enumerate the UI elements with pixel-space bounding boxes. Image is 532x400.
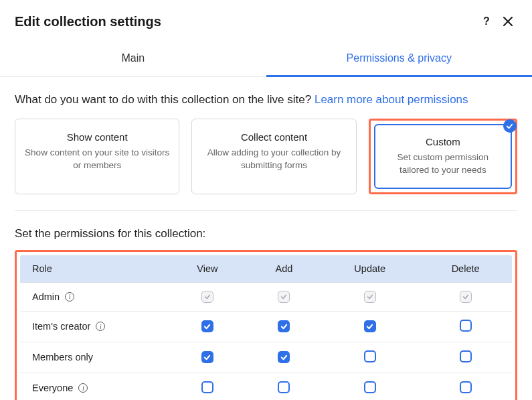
option-title: Custom (385, 136, 501, 147)
close-button[interactable] (497, 11, 519, 32)
option-title: Collect content (201, 131, 346, 143)
role-cell: Admin i (32, 291, 155, 302)
option-desc: Set custom permission tailored to your n… (385, 151, 501, 177)
info-icon[interactable]: i (96, 322, 105, 331)
dialog-header: Edit collection settings ? (0, 0, 532, 39)
tab-permissions[interactable]: Permissions & privacy (266, 39, 533, 77)
role-label: Item's creator (32, 321, 90, 332)
role-label: Members only (32, 352, 93, 362)
checkbox-unchecked[interactable] (201, 381, 213, 393)
tab-bar: Main Permissions & privacy (0, 39, 532, 77)
info-icon[interactable]: i (78, 383, 88, 393)
role-cell: Members only (32, 352, 155, 362)
permissions-table-label: Set the permissions for this collection: (15, 227, 517, 241)
table-row: Members only (20, 342, 513, 373)
option-desc: Show content on your site to visitors or… (25, 147, 169, 172)
checkbox-locked (364, 291, 376, 303)
table-header-row: Role View Add Update Delete (20, 255, 513, 282)
checkbox-checked[interactable] (201, 320, 213, 332)
checkbox-checked[interactable] (201, 351, 213, 363)
option-title: Show content (25, 131, 169, 143)
checkbox-unchecked[interactable] (460, 350, 472, 362)
learn-more-link[interactable]: Learn more about permissions (315, 93, 468, 106)
checkbox-locked (460, 291, 472, 303)
checkbox-unchecked[interactable] (278, 381, 290, 393)
permissions-table: Role View Add Update Delete Admin iItem'… (19, 255, 513, 400)
table-row: Admin i (20, 282, 513, 311)
option-desc: Allow adding to your collection by submi… (201, 147, 346, 172)
permission-mode-options: Show content Show content on your site t… (15, 119, 517, 194)
option-show-content[interactable]: Show content Show content on your site t… (15, 119, 179, 194)
close-icon (503, 17, 513, 26)
checkbox-checked[interactable] (278, 351, 290, 363)
col-view: View (167, 255, 247, 282)
selected-check-icon (503, 119, 517, 133)
checkbox-checked[interactable] (364, 320, 376, 332)
permissions-table-highlight: Role View Add Update Delete Admin iItem'… (15, 250, 517, 400)
dialog-title: Edit collection settings (15, 14, 476, 29)
table-row: Everyone i (20, 373, 513, 400)
svg-text:?: ? (483, 16, 490, 27)
role-label: Everyone (32, 383, 73, 393)
help-icon: ? (481, 16, 492, 27)
checkbox-locked (278, 291, 290, 303)
checkbox-locked (201, 291, 213, 303)
info-icon[interactable]: i (65, 292, 74, 302)
role-label: Admin (32, 291, 60, 302)
checkbox-unchecked[interactable] (460, 381, 472, 393)
option-custom[interactable]: Custom Set custom permission tailored to… (369, 119, 517, 194)
option-collect-content[interactable]: Collect content Allow adding to your col… (191, 119, 356, 194)
tab-main[interactable]: Main (0, 39, 266, 77)
col-update: Update (321, 255, 419, 282)
checkbox-checked[interactable] (278, 320, 290, 332)
divider (15, 210, 517, 211)
role-cell: Item's creator i (32, 321, 155, 332)
question-text: What do you want to do with this collect… (15, 93, 315, 106)
col-role: Role (20, 255, 168, 282)
table-row: Item's creator i (20, 311, 513, 342)
role-cell: Everyone i (32, 383, 155, 393)
help-button[interactable]: ? (476, 11, 497, 32)
checkbox-unchecked[interactable] (364, 350, 376, 362)
col-add: Add (248, 255, 321, 282)
col-delete: Delete (419, 255, 512, 282)
checkbox-unchecked[interactable] (364, 381, 376, 393)
permissions-question: What do you want to do with this collect… (15, 93, 517, 107)
checkbox-unchecked[interactable] (460, 320, 472, 332)
